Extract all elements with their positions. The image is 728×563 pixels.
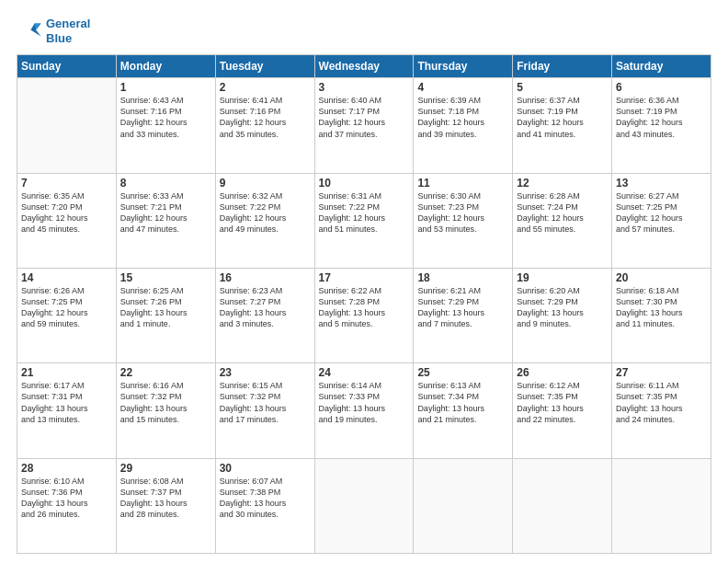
calendar-cell [414,458,513,553]
calendar-cell: 30Sunrise: 6:07 AM Sunset: 7:38 PM Dayli… [215,458,314,553]
col-header-sunday: Sunday [17,55,117,78]
cell-text: Sunrise: 6:36 AM Sunset: 7:19 PM Dayligh… [616,95,707,140]
col-header-saturday: Saturday [612,55,711,78]
week-row-1: 1Sunrise: 6:43 AM Sunset: 7:16 PM Daylig… [17,78,711,173]
page: General Blue SundayMondayTuesdayWednesda… [0,0,728,563]
cell-text: Sunrise: 6:43 AM Sunset: 7:16 PM Dayligh… [120,95,211,140]
day-number: 20 [616,271,707,284]
calendar-cell: 20Sunrise: 6:18 AM Sunset: 7:30 PM Dayli… [612,268,711,362]
logo-icon [17,18,42,44]
day-number: 2 [220,81,311,94]
cell-text: Sunrise: 6:27 AM Sunset: 7:25 PM Dayligh… [616,190,707,236]
calendar-cell: 4Sunrise: 6:39 AM Sunset: 7:18 PM Daylig… [414,78,513,173]
calendar-cell: 29Sunrise: 6:08 AM Sunset: 7:37 PM Dayli… [116,458,215,553]
calendar-cell: 21Sunrise: 6:17 AM Sunset: 7:31 PM Dayli… [17,363,117,458]
calendar-cell: 3Sunrise: 6:40 AM Sunset: 7:17 PM Daylig… [314,78,414,173]
calendar-cell: 23Sunrise: 6:15 AM Sunset: 7:32 PM Dayli… [215,363,314,458]
day-number: 16 [220,271,311,284]
day-number: 29 [120,462,211,475]
day-number: 14 [21,271,112,284]
day-number: 10 [319,177,410,190]
day-number: 17 [319,271,410,284]
cell-text: Sunrise: 6:41 AM Sunset: 7:16 PM Dayligh… [220,95,311,140]
week-row-2: 7Sunrise: 6:35 AM Sunset: 7:20 PM Daylig… [17,173,711,268]
cell-text: Sunrise: 6:20 AM Sunset: 7:29 PM Dayligh… [517,285,608,330]
cell-text: Sunrise: 6:30 AM Sunset: 7:23 PM Dayligh… [417,190,508,236]
week-row-4: 21Sunrise: 6:17 AM Sunset: 7:31 PM Dayli… [17,363,711,458]
calendar-cell: 14Sunrise: 6:26 AM Sunset: 7:25 PM Dayli… [17,268,117,362]
col-header-monday: Monday [116,55,215,78]
week-row-3: 14Sunrise: 6:26 AM Sunset: 7:25 PM Dayli… [17,268,711,362]
calendar-cell [17,78,117,173]
calendar-cell: 19Sunrise: 6:20 AM Sunset: 7:29 PM Dayli… [513,268,612,362]
calendar-cell: 13Sunrise: 6:27 AM Sunset: 7:25 PM Dayli… [612,173,711,268]
day-number: 3 [319,81,410,94]
cell-text: Sunrise: 6:23 AM Sunset: 7:27 PM Dayligh… [220,285,311,330]
cell-text: Sunrise: 6:08 AM Sunset: 7:37 PM Dayligh… [120,476,211,521]
day-number: 8 [120,177,211,190]
calendar-cell: 12Sunrise: 6:28 AM Sunset: 7:24 PM Dayli… [513,173,612,268]
day-number: 4 [417,81,508,94]
cell-text: Sunrise: 6:28 AM Sunset: 7:24 PM Dayligh… [517,190,608,236]
day-number: 19 [517,271,608,284]
calendar-cell: 24Sunrise: 6:14 AM Sunset: 7:33 PM Dayli… [314,363,414,458]
calendar-cell: 8Sunrise: 6:33 AM Sunset: 7:21 PM Daylig… [116,173,215,268]
day-number: 28 [21,462,112,475]
day-number: 5 [517,81,608,94]
day-number: 22 [120,366,211,379]
calendar-cell: 17Sunrise: 6:22 AM Sunset: 7:28 PM Dayli… [314,268,414,362]
cell-text: Sunrise: 6:22 AM Sunset: 7:28 PM Dayligh… [319,285,410,330]
day-number: 7 [21,177,112,190]
cell-text: Sunrise: 6:17 AM Sunset: 7:31 PM Dayligh… [21,380,112,425]
cell-text: Sunrise: 6:33 AM Sunset: 7:21 PM Dayligh… [120,190,211,236]
calendar-cell: 16Sunrise: 6:23 AM Sunset: 7:27 PM Dayli… [215,268,314,362]
logo-text: General Blue [46,17,90,45]
calendar-table: SundayMondayTuesdayWednesdayThursdayFrid… [17,54,711,554]
day-number: 13 [616,177,707,190]
day-number: 15 [120,271,211,284]
calendar-cell: 15Sunrise: 6:25 AM Sunset: 7:26 PM Dayli… [116,268,215,362]
calendar-cell: 1Sunrise: 6:43 AM Sunset: 7:16 PM Daylig… [116,78,215,173]
calendar-cell [513,458,612,553]
calendar-cell: 22Sunrise: 6:16 AM Sunset: 7:32 PM Dayli… [116,363,215,458]
day-number: 6 [616,81,707,94]
calendar-cell: 25Sunrise: 6:13 AM Sunset: 7:34 PM Dayli… [414,363,513,458]
cell-text: Sunrise: 6:25 AM Sunset: 7:26 PM Dayligh… [120,285,211,330]
cell-text: Sunrise: 6:13 AM Sunset: 7:34 PM Dayligh… [417,380,508,425]
week-row-5: 28Sunrise: 6:10 AM Sunset: 7:36 PM Dayli… [17,458,711,553]
day-number: 23 [220,366,311,379]
cell-text: Sunrise: 6:10 AM Sunset: 7:36 PM Dayligh… [21,476,112,521]
calendar-cell: 2Sunrise: 6:41 AM Sunset: 7:16 PM Daylig… [215,78,314,173]
calendar-cell: 7Sunrise: 6:35 AM Sunset: 7:20 PM Daylig… [17,173,117,268]
calendar-cell [314,458,414,553]
day-number: 11 [417,177,508,190]
day-number: 30 [220,462,311,475]
day-number: 9 [220,177,311,190]
day-number: 25 [417,366,508,379]
header-row: SundayMondayTuesdayWednesdayThursdayFrid… [17,55,711,78]
cell-text: Sunrise: 6:11 AM Sunset: 7:35 PM Dayligh… [616,380,707,425]
calendar-cell: 9Sunrise: 6:32 AM Sunset: 7:22 PM Daylig… [215,173,314,268]
cell-text: Sunrise: 6:26 AM Sunset: 7:25 PM Dayligh… [21,285,112,330]
col-header-tuesday: Tuesday [215,55,314,78]
cell-text: Sunrise: 6:16 AM Sunset: 7:32 PM Dayligh… [120,380,211,425]
day-number: 27 [616,366,707,379]
day-number: 12 [517,177,608,190]
day-number: 18 [417,271,508,284]
cell-text: Sunrise: 6:15 AM Sunset: 7:32 PM Dayligh… [220,380,311,425]
calendar-cell: 10Sunrise: 6:31 AM Sunset: 7:22 PM Dayli… [314,173,414,268]
cell-text: Sunrise: 6:32 AM Sunset: 7:22 PM Dayligh… [220,190,311,236]
col-header-wednesday: Wednesday [314,55,414,78]
cell-text: Sunrise: 6:39 AM Sunset: 7:18 PM Dayligh… [417,95,508,140]
day-number: 1 [120,81,211,94]
calendar-cell: 26Sunrise: 6:12 AM Sunset: 7:35 PM Dayli… [513,363,612,458]
cell-text: Sunrise: 6:37 AM Sunset: 7:19 PM Dayligh… [517,95,608,140]
calendar-cell: 18Sunrise: 6:21 AM Sunset: 7:29 PM Dayli… [414,268,513,362]
cell-text: Sunrise: 6:40 AM Sunset: 7:17 PM Dayligh… [319,95,410,140]
day-number: 24 [319,366,410,379]
col-header-thursday: Thursday [414,55,513,78]
calendar-cell: 11Sunrise: 6:30 AM Sunset: 7:23 PM Dayli… [414,173,513,268]
cell-text: Sunrise: 6:31 AM Sunset: 7:22 PM Dayligh… [319,190,410,236]
logo: General Blue [17,17,90,45]
cell-text: Sunrise: 6:35 AM Sunset: 7:20 PM Dayligh… [21,190,112,236]
